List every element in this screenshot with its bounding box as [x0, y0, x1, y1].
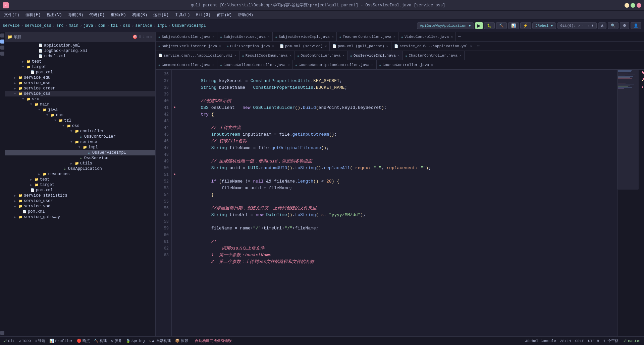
folder-target-2[interactable]: ▶ 📁 target [5, 182, 155, 188]
folder-service-edu[interactable]: ▶ 📁 service_edu [5, 75, 155, 80]
bc-com[interactable]: com [98, 23, 106, 28]
tab-pom-guli[interactable]: 📄 pom.xml (guli_parent) ✕ [330, 42, 391, 51]
folder-utils[interactable]: ▶ 📁 utils [5, 161, 155, 166]
file-logback-xml[interactable]: 📄 logback-spring.xml [5, 48, 155, 54]
status-crlf-item[interactable]: CRLF [575, 339, 584, 343]
file-oss-service[interactable]: ☕ OssService [5, 155, 155, 161]
tab-service-edu-yml[interactable]: 📄 service_edu\...\application.yml ✕ [391, 42, 475, 51]
bc-oss[interactable]: oss [123, 23, 130, 28]
settings-button[interactable]: ⚙ [620, 22, 629, 29]
tab-close-oss-ctrl[interactable]: ✕ [342, 54, 344, 58]
tab-teacher-controller[interactable]: ☕ TeacherController.java ✕ [337, 32, 398, 41]
file-rebel-xml[interactable]: 📄 rebel.xml [5, 54, 155, 59]
folder-src[interactable]: ▼ 📁 src [5, 96, 155, 102]
project-locate-button[interactable]: 🎯 [132, 34, 138, 40]
menu-build[interactable]: 构建(B) [129, 11, 150, 18]
tab-close-edu-yml[interactable]: ✕ [470, 44, 472, 48]
close-button[interactable] [637, 3, 641, 8]
account-button[interactable]: 👤 [631, 22, 641, 29]
tab-comment-controller[interactable]: ☕ CommentController.java ✕ [156, 60, 217, 69]
status-breakpoints-item[interactable]: 🔴 断点 [77, 338, 90, 343]
folder-service-oss[interactable]: ▼ 📁 service_oss [5, 91, 155, 96]
folder-service-msm[interactable]: ▶ 📁 service_msm [5, 80, 155, 86]
status-indent-item[interactable]: 4 个空格 [603, 338, 619, 343]
folder-main[interactable]: ▼ 📁 main [5, 102, 155, 107]
tab-close-subject-ctrl[interactable]: ✕ [212, 35, 214, 39]
file-application-yml[interactable]: 📄 application.yml [5, 43, 155, 48]
tab-result-code-enum[interactable]: ☕ ResultCodeEnum.java ✕ [239, 51, 294, 60]
folder-service-order[interactable]: ▶ 📁 service_order [5, 86, 155, 91]
file-oss-service-impl[interactable]: ☕ OssServiceImpl [5, 150, 155, 155]
tab-subject-excel[interactable]: ☕ SubjectExcelListener.java ✕ [156, 42, 224, 51]
tab-close-oss-impl[interactable]: ✕ [398, 54, 400, 58]
tab-course-desc[interactable]: ☕ CourseDescriptionController.java ✕ [292, 60, 376, 69]
tab-close-video[interactable]: ✕ [451, 35, 453, 39]
status-jrebel-item[interactable]: JRebel Console [525, 339, 556, 343]
file-oss-application[interactable]: ☕ OssApplication [5, 166, 155, 171]
folder-controller[interactable]: ▼ 📁 controller [5, 129, 155, 134]
file-oss-controller[interactable]: ☕ OssController [5, 134, 155, 139]
folder-service-gateway[interactable]: ▶ 📁 service_gateway [5, 214, 155, 220]
tab-subject-service[interactable]: ☕ SubjectService.java ✕ [217, 32, 272, 41]
project-settings-button[interactable]: ⚙ [147, 34, 149, 40]
menu-view[interactable]: 视图(V) [44, 11, 65, 18]
profile-button[interactable]: ⚡ [520, 22, 531, 29]
project-expand-button[interactable]: ≡ [139, 34, 141, 40]
tab-course-controller[interactable]: ☕ CourseController.java ✕ [377, 60, 436, 69]
tab-close-collect[interactable]: ✕ [287, 63, 289, 67]
folder-test-2[interactable]: ▶ 📁 test [5, 177, 155, 182]
minimize-button[interactable] [625, 3, 629, 8]
menu-window[interactable]: 窗口(W) [214, 11, 235, 18]
status-terminal-item[interactable]: ⊞ 终端 [35, 338, 46, 343]
status-branch-item[interactable]: ⎇ master [623, 339, 641, 343]
run-config-dropdown[interactable]: ApiGateWayApplication ▼ [417, 22, 474, 29]
folder-serivce[interactable]: ▼ 📁 serivce [5, 139, 155, 145]
bc-java[interactable]: java [84, 23, 93, 28]
file-pom-xml-3[interactable]: 📄 pom.xml [5, 209, 155, 214]
folder-service-vod[interactable]: ▶ 📁 service_vod [5, 204, 155, 209]
menu-run[interactable]: 运行(U) [151, 11, 171, 18]
status-spring-item[interactable]: 🍃 Spring [126, 339, 145, 343]
bc-service[interactable]: service [3, 23, 19, 28]
bc-service-oss[interactable]: service_oss [25, 23, 51, 28]
activity-favorites[interactable] [0, 46, 4, 50]
status-git-item[interactable]: ⎇ Git [3, 339, 15, 343]
status-position-item[interactable]: 28:14 [560, 339, 571, 343]
tab-more-1[interactable]: ⋯ [456, 32, 463, 41]
folder-com[interactable]: ▼ 📁 com [5, 113, 155, 118]
tab-close-excel[interactable]: ✕ [219, 44, 221, 48]
status-charset-item[interactable]: UTF-8 [588, 339, 599, 343]
folder-java[interactable]: ▼ 📁 java [5, 107, 155, 113]
tab-close-exception[interactable]: ✕ [272, 44, 274, 48]
activity-structure[interactable] [0, 40, 4, 44]
menu-help[interactable]: 帮助(H) [235, 11, 256, 18]
tab-service-cms-yml[interactable]: 📄 service_cms\...\application.yml ✕ [156, 51, 239, 60]
translate-button[interactable]: A [598, 22, 606, 29]
tab-guli-exception[interactable]: ☕ GuliException.java ✕ [224, 42, 277, 51]
code-content[interactable]: String keySecret = ConstantPropertiesUti… [177, 70, 617, 336]
folder-test-1[interactable]: ▶ 📁 test [5, 59, 155, 64]
menu-code[interactable]: 代码(C) [87, 11, 107, 18]
activity-project[interactable] [0, 33, 4, 38]
tab-close-pom-service[interactable]: ✕ [325, 44, 327, 48]
menu-edit[interactable]: 编辑(E) [23, 11, 44, 18]
folder-tzl[interactable]: ▼ 📁 tzl [5, 118, 155, 123]
bc-src[interactable]: src [56, 23, 64, 28]
bc-tzl[interactable]: tzl [111, 23, 118, 28]
tab-close-desc[interactable]: ✕ [371, 63, 373, 67]
git-toolbar[interactable]: Git(G): ✓ ← → ⬆ [557, 22, 597, 29]
tab-more-2[interactable]: ⋯ [475, 42, 483, 51]
tab-close-subject-impl[interactable]: ✕ [332, 35, 334, 39]
menu-refactor[interactable]: 重构(R) [108, 11, 129, 18]
activity-problems[interactable] [0, 331, 4, 335]
project-close-button[interactable]: ✕ [150, 34, 153, 40]
tab-chapter-controller[interactable]: ☕ ChapterController.java ✕ [403, 51, 465, 60]
tab-subject-controller[interactable]: ☕ SubjectController.java ✕ [156, 32, 217, 41]
bc-main[interactable]: main [69, 23, 78, 28]
status-build-item[interactable]: 🔨 构建 [94, 338, 107, 343]
folder-service-user[interactable]: ▶ 📁 service_user [5, 198, 155, 204]
jrebel-dropdown[interactable]: JRebel ▼ [532, 22, 556, 29]
tab-video-controller[interactable]: ☕ VideoController.java ✕ [398, 32, 456, 41]
tab-close-pom-guli[interactable]: ✕ [386, 44, 388, 48]
tab-course-collect[interactable]: ☕ CourseCollectController.java ✕ [217, 60, 292, 69]
